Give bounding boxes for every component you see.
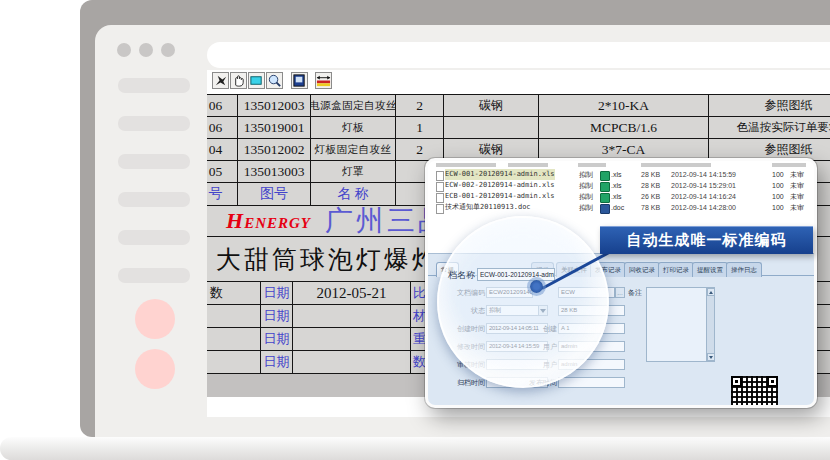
laptop-base: [0, 437, 830, 460]
title-block-left: [207, 328, 261, 351]
file-progress: 100: [772, 169, 784, 180]
file-status: 拟制: [579, 202, 593, 213]
bom-remark: 参照图纸: [709, 95, 830, 117]
browse-button[interactable]: …: [615, 287, 625, 298]
pan-icon[interactable]: [212, 72, 229, 89]
file-name: 技术通知单20110913.doc: [445, 202, 531, 213]
file-progress: 100: [772, 202, 784, 213]
file-row[interactable]: ECW-002-20120914-admin.xls 拟制 .xls 28 KB…: [428, 180, 814, 191]
company-logo: HENERGY: [226, 208, 311, 234]
bom-qty: 2: [396, 95, 444, 117]
bom-spec: MCPCB/1.6: [539, 117, 709, 139]
title-block-left: [207, 305, 261, 328]
file-time: 2012-09-14 14:16:24: [671, 191, 736, 202]
window-dot[interactable]: [161, 43, 175, 57]
sidebar-item-placeholder: [118, 230, 190, 245]
doc-name-label: 档名称: [447, 270, 475, 281]
bom-header-drawing-no: 图号: [238, 183, 311, 206]
page: 06 135012003 电源盒固定自攻丝 2 碳钢 2*10-KA 参照图纸 …: [0, 0, 830, 460]
sidebar-avatar-placeholder: [135, 299, 175, 339]
file-icon: [436, 204, 444, 214]
file-row[interactable]: 技术通知单20110913.doc 拟制 .doc 78 KB 2012-09-…: [428, 202, 814, 213]
file-size: 26 KB: [641, 191, 660, 202]
bom-header-no: 号: [207, 183, 238, 206]
bom-qty: 1: [396, 117, 444, 139]
bom-no: 05: [207, 161, 238, 183]
clipped-row-fragment: [508, 163, 548, 167]
sidebar-avatar-placeholder: [135, 349, 175, 389]
remark-label: 备注: [628, 287, 642, 298]
file-row[interactable]: ECB-001-20120914-admin.xls 拟制 .xls 26 KB…: [428, 191, 814, 202]
sidebar-item-placeholder: [118, 116, 190, 131]
doc-name-field[interactable]: ECW-001-20120914-admi: [477, 268, 555, 281]
file-size: 28 KB: [641, 169, 660, 180]
file-size: 28 KB: [641, 180, 660, 191]
window-dot[interactable]: [117, 43, 131, 57]
file-time: 2012-09-14 15:29:01: [671, 180, 736, 191]
file-progress: 100: [772, 191, 784, 202]
tab-print-log[interactable]: 打印记录: [658, 262, 694, 277]
date-label: 日期: [261, 351, 293, 374]
bom-part-no: 135012002: [238, 139, 311, 161]
file-flag: 未审: [790, 191, 804, 202]
bom-remark: 色温按实际订单要求: [709, 117, 830, 139]
file-status: 拟制: [579, 180, 593, 191]
zoom-magnifier-icon[interactable]: [266, 72, 283, 89]
file-ext: .doc: [611, 202, 624, 213]
bom-name: 电源盒固定自攻丝: [311, 95, 396, 117]
bom-name: 灯罩: [311, 161, 396, 183]
tab-recycle-log[interactable]: 回收记录: [624, 262, 660, 277]
tab-operation-log[interactable]: 操作日志: [726, 262, 762, 277]
date-label: 日期: [261, 328, 293, 351]
callout-banner: 自动生成唯一标准编码: [600, 226, 813, 254]
date-value: [293, 328, 411, 351]
sidebar-item-placeholder: [118, 192, 190, 207]
date-value: [293, 305, 411, 328]
file-row[interactable]: ECW-001-20120914-admin.xls 拟制 .xls 28 KB…: [428, 169, 814, 180]
file-name: ECW-001-20120914-admin.xls: [445, 169, 555, 180]
zoom-window-icon[interactable]: [248, 72, 265, 89]
file-flag: 未审: [790, 180, 804, 191]
file-status: 拟制: [579, 191, 593, 202]
table-row: 06 135012003 电源盒固定自攻丝 2 碳钢 2*10-KA 参照图纸: [207, 95, 830, 117]
file-size: 78 KB: [641, 202, 660, 213]
bom-spec: 2*10-KA: [539, 95, 709, 117]
date-value: [293, 351, 411, 374]
bom-no: 06: [207, 95, 238, 117]
file-time: 2012-09-14 14:28:00: [671, 202, 736, 213]
clipped-row-fragment: [436, 163, 496, 167]
bom-name: 灯板固定自攻丝: [311, 139, 396, 161]
tab-reminder-settings[interactable]: 提醒设置: [692, 262, 728, 277]
clipped-row-fragment: [641, 163, 711, 167]
window-dot[interactable]: [139, 43, 153, 57]
publish-time-field[interactable]: [558, 377, 625, 388]
scroll-up-icon[interactable]: [707, 288, 715, 296]
file-ext: .xls: [611, 191, 622, 202]
table-row: 06 135019001 灯板 1 MCPCB/1.6 色温按实际订单要求: [207, 117, 830, 139]
sidebar-item-placeholder: [118, 268, 190, 283]
address-bar[interactable]: [207, 42, 830, 68]
date-label: 日期: [261, 305, 293, 328]
measure-icon[interactable]: [315, 72, 332, 89]
file-ext: .xls: [611, 169, 622, 180]
archive-time-label: 归档时间: [448, 377, 485, 388]
bom-no: 04: [207, 139, 238, 161]
sidebar-item-placeholder: [118, 78, 190, 93]
scrollbar[interactable]: [706, 288, 714, 361]
scroll-down-icon[interactable]: [707, 353, 715, 361]
hand-icon[interactable]: [230, 72, 247, 89]
word-file-icon: [600, 204, 610, 214]
file-flag: 未审: [790, 202, 804, 213]
file-name: ECW-002-20120914-admin.xls: [445, 180, 555, 191]
file-ext: .xls: [611, 180, 622, 191]
date-label: 日期: [261, 282, 293, 305]
clipped-row-fragment: [772, 163, 806, 167]
remark-textarea[interactable]: [646, 287, 715, 362]
file-flag: 未审: [790, 169, 804, 180]
title-block-left: 数: [207, 282, 261, 305]
file-time: 2012-09-14 14:15:59: [671, 169, 736, 180]
bom-no: 06: [207, 117, 238, 139]
layers-icon[interactable]: [291, 72, 308, 89]
bom-header-name: 名 称: [311, 183, 396, 206]
bom-material: [444, 117, 539, 139]
